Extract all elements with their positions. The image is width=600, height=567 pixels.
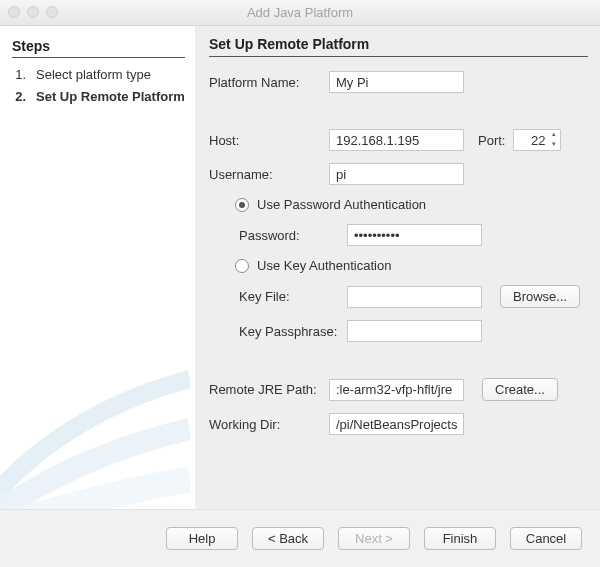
step-1: 1. Select platform type (12, 66, 185, 84)
wizard-footer: Help < Back Next > Finish Cancel (0, 509, 600, 567)
username-input[interactable] (329, 163, 464, 185)
platform-name-label: Platform Name: (209, 75, 329, 90)
auth-key-radio[interactable] (235, 259, 249, 273)
host-input[interactable] (329, 129, 464, 151)
next-button[interactable]: Next > (338, 527, 410, 550)
auth-password-radio[interactable] (235, 198, 249, 212)
help-button[interactable]: Help (166, 527, 238, 550)
port-input[interactable] (514, 130, 548, 150)
titlebar: Add Java Platform (0, 0, 600, 26)
close-icon[interactable] (8, 6, 20, 18)
auth-key-label: Use Key Authentication (257, 258, 391, 273)
jre-label: Remote JRE Path: (209, 382, 329, 397)
port-up-icon[interactable]: ▴ (548, 130, 560, 140)
minimize-icon[interactable] (27, 6, 39, 18)
password-input[interactable] (347, 224, 482, 246)
steps-sidebar: Steps 1. Select platform type 2. Set Up … (0, 26, 195, 509)
form-heading: Set Up Remote Platform (209, 36, 588, 57)
platform-name-input[interactable] (329, 71, 464, 93)
password-label: Password: (239, 228, 347, 243)
workdir-label: Working Dir: (209, 417, 329, 432)
window-controls (8, 6, 58, 18)
port-label: Port: (478, 133, 505, 148)
host-label: Host: (209, 133, 329, 148)
step-1-num: 1. (12, 66, 26, 84)
port-stepper[interactable]: ▴ ▾ (513, 129, 561, 151)
keyfile-input[interactable] (347, 286, 482, 308)
step-2-num: 2. (12, 88, 26, 106)
window-title: Add Java Platform (247, 5, 353, 20)
create-button[interactable]: Create... (482, 378, 558, 401)
browse-button[interactable]: Browse... (500, 285, 580, 308)
step-2: 2. Set Up Remote Platform (12, 88, 185, 106)
cancel-button[interactable]: Cancel (510, 527, 582, 550)
keypass-label: Key Passphrase: (239, 324, 347, 339)
zoom-icon[interactable] (46, 6, 58, 18)
step-2-label: Set Up Remote Platform (36, 88, 185, 106)
workdir-input[interactable] (329, 413, 464, 435)
jre-input[interactable] (329, 379, 464, 401)
form-panel: Set Up Remote Platform Platform Name: Ho… (195, 26, 600, 509)
finish-button[interactable]: Finish (424, 527, 496, 550)
keyfile-label: Key File: (239, 289, 347, 304)
back-button[interactable]: < Back (252, 527, 324, 550)
auth-password-label: Use Password Authentication (257, 197, 426, 212)
port-down-icon[interactable]: ▾ (548, 140, 560, 150)
keypass-input[interactable] (347, 320, 482, 342)
step-1-label: Select platform type (36, 66, 151, 84)
username-label: Username: (209, 167, 329, 182)
decorative-swirl (0, 359, 190, 509)
steps-heading: Steps (12, 38, 185, 58)
